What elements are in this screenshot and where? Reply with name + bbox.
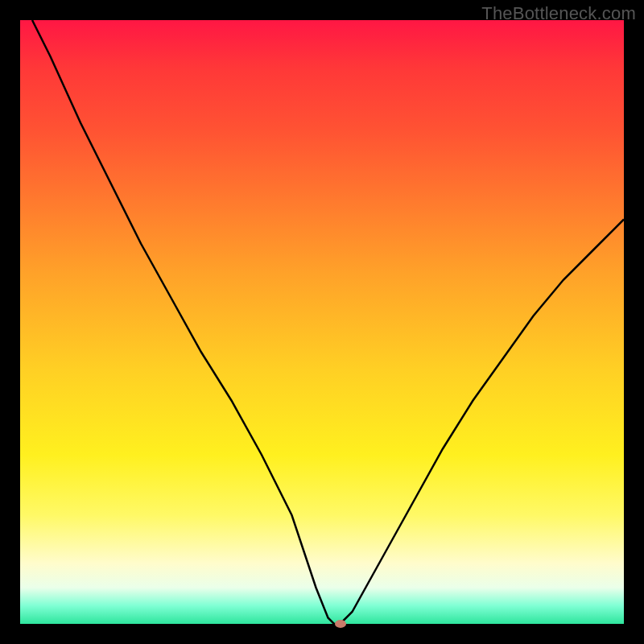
plot-area (20, 20, 624, 624)
chart-frame: TheBottleneck.com (0, 0, 644, 644)
bottleneck-curve (20, 20, 624, 624)
watermark-text: TheBottleneck.com (481, 3, 636, 24)
optimal-point-marker (335, 620, 346, 628)
